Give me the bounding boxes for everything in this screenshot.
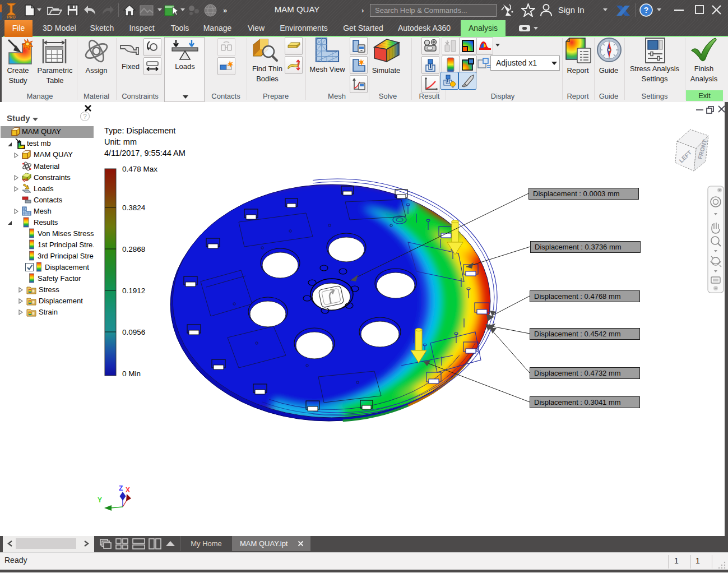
svg-text:0.3824: 0.3824 (122, 204, 146, 212)
svg-text:0.0956: 0.0956 (122, 328, 145, 336)
svg-text:0.1912: 0.1912 (122, 286, 145, 295)
svg-text:4/11/2017, 9:55:44 AM: 4/11/2017, 9:55:44 AM (104, 149, 186, 158)
svg-text:0.478 Max: 0.478 Max (122, 165, 157, 173)
svg-text:Unit: mm: Unit: mm (104, 137, 137, 146)
svg-text:0 Min: 0 Min (122, 369, 141, 378)
svg-text:X: X (126, 486, 130, 494)
svg-text:Type: Displacement: Type: Displacement (104, 126, 175, 135)
svg-text:Z: Z (119, 484, 123, 492)
svg-text:Y: Y (98, 496, 102, 504)
svg-text:0.2868: 0.2868 (122, 245, 145, 253)
